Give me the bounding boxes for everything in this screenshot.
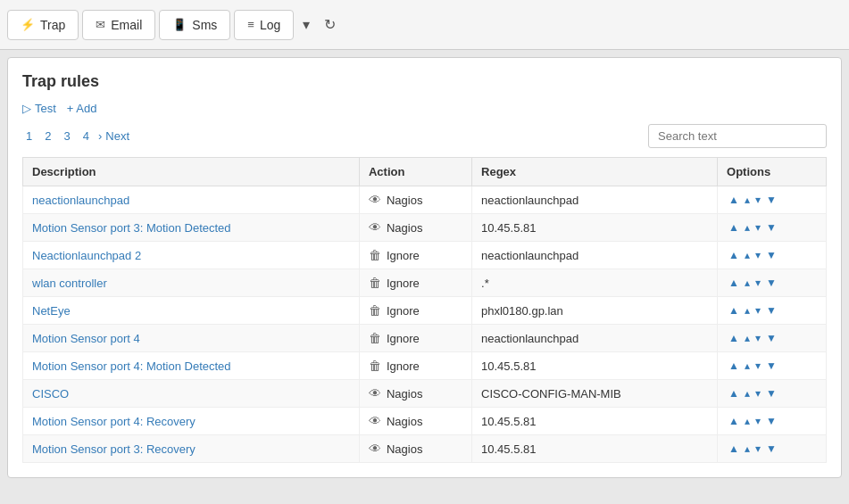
description-link[interactable]: NetEye — [32, 304, 71, 318]
trash-icon: 🗑 — [369, 331, 381, 345]
action-label: Ignore — [387, 359, 420, 373]
description-link[interactable]: neactionlaunchpad — [32, 194, 129, 207]
page-2-button[interactable]: 2 — [41, 128, 54, 145]
page-3-button[interactable]: 3 — [60, 128, 73, 145]
nav-chevron-button[interactable]: ▾ — [297, 12, 315, 37]
table-row: neactionlaunchpad👁Nagiosneactionlaunchpa… — [23, 186, 827, 214]
move-up-button-0[interactable]: ▲ — [727, 276, 741, 290]
nav-refresh-button[interactable]: ↻ — [319, 12, 341, 37]
move-down-button-3[interactable]: ▼ — [764, 276, 778, 290]
move-down-button-3[interactable]: ▼ — [764, 193, 778, 207]
move-up-button-1[interactable]: ▴ — [743, 220, 752, 235]
move-down-button-2[interactable]: ▾ — [753, 193, 762, 207]
move-down-button-3[interactable]: ▼ — [764, 248, 778, 262]
cell-action: 🗑Ignore — [359, 269, 471, 297]
move-up-button-0[interactable]: ▲ — [727, 220, 741, 235]
move-down-button-3[interactable]: ▼ — [764, 331, 778, 345]
action-label: Ignore — [387, 332, 420, 345]
table-row: Neactionlaunchpad 2🗑Ignoreneactionlaunch… — [23, 242, 827, 269]
move-down-button-2[interactable]: ▾ — [753, 442, 762, 456]
page-4-button[interactable]: 4 — [79, 128, 93, 145]
move-up-button-1[interactable]: ▴ — [743, 442, 752, 456]
move-up-button-1[interactable]: ▴ — [743, 359, 752, 373]
move-down-button-3[interactable]: ▼ — [764, 303, 778, 318]
action-label: Nagios — [387, 442, 422, 456]
table-row: CISCO👁NagiosCISCO-CONFIG-MAN-MIB▲▴▾▼ — [23, 380, 827, 408]
nav-tab-log[interactable]: ≡ Log — [234, 10, 294, 40]
cell-action: 👁Nagios — [359, 435, 471, 463]
move-down-button-2[interactable]: ▾ — [753, 386, 762, 401]
cell-regex: CISCO-CONFIG-MAN-MIB — [472, 380, 718, 408]
description-link[interactable]: wlan controller — [32, 277, 107, 290]
col-description: Description — [23, 158, 360, 186]
action-label: Nagios — [387, 221, 422, 235]
description-link[interactable]: CISCO — [32, 387, 69, 401]
move-up-button-1[interactable]: ▴ — [743, 331, 752, 345]
test-button[interactable]: ▷ Test — [22, 102, 56, 115]
description-link[interactable]: Motion Sensor port 4: Recovery — [32, 415, 196, 428]
move-up-button-0[interactable]: ▲ — [727, 248, 741, 262]
move-down-button-2[interactable]: ▾ — [753, 220, 762, 235]
move-down-button-3[interactable]: ▼ — [764, 442, 778, 456]
action-label: Ignore — [387, 249, 420, 262]
move-down-button-2[interactable]: ▾ — [753, 303, 762, 318]
move-up-button-0[interactable]: ▲ — [727, 193, 741, 207]
trap-rules-table: Description Action Regex Options neactio… — [22, 157, 827, 463]
table-header-row: Description Action Regex Options — [23, 158, 827, 186]
move-down-button-2[interactable]: ▾ — [753, 276, 762, 290]
move-down-button-3[interactable]: ▼ — [764, 220, 778, 235]
move-down-button-3[interactable]: ▼ — [764, 386, 778, 401]
move-up-button-1[interactable]: ▴ — [743, 414, 752, 428]
move-down-button-2[interactable]: ▾ — [753, 248, 762, 262]
move-up-button-0[interactable]: ▲ — [727, 442, 741, 456]
description-link[interactable]: Motion Sensor port 3: Recovery — [32, 442, 196, 456]
cell-action: 👁Nagios — [359, 408, 471, 435]
nav-tab-sms-label: Sms — [192, 18, 217, 32]
move-up-button-1[interactable]: ▴ — [743, 303, 752, 318]
move-down-button-3[interactable]: ▼ — [764, 414, 778, 428]
description-link[interactable]: Motion Sensor port 3: Motion Detected — [32, 221, 231, 235]
cell-options: ▲▴▾▼ — [718, 380, 827, 408]
move-down-button-2[interactable]: ▾ — [753, 414, 762, 428]
description-link[interactable]: Motion Sensor port 4: Motion Detected — [32, 359, 231, 373]
add-button[interactable]: + Add — [67, 102, 97, 115]
col-action: Action — [359, 158, 471, 186]
nav-tab-sms[interactable]: 📱 Sms — [159, 10, 230, 40]
cell-options: ▲▴▾▼ — [718, 325, 827, 352]
action-label: Ignore — [387, 277, 420, 290]
move-down-button-2[interactable]: ▾ — [753, 331, 762, 345]
move-up-button-1[interactable]: ▴ — [743, 276, 752, 290]
move-up-button-0[interactable]: ▲ — [727, 414, 741, 428]
move-down-button-3[interactable]: ▼ — [764, 359, 778, 373]
move-up-button-0[interactable]: ▲ — [727, 331, 741, 345]
nav-tab-email[interactable]: ✉ Email — [82, 10, 155, 40]
cell-action: 👁Nagios — [359, 214, 471, 242]
cell-regex: .* — [472, 269, 718, 297]
table-row: Motion Sensor port 4: Motion Detected🗑Ig… — [23, 352, 827, 380]
cell-description: Motion Sensor port 4: Recovery — [23, 408, 360, 435]
page-1-button[interactable]: 1 — [22, 128, 36, 145]
cell-options: ▲▴▾▼ — [718, 408, 827, 435]
search-input[interactable] — [648, 124, 827, 148]
cell-regex: neactionlaunchpad — [472, 325, 718, 352]
move-up-button-0[interactable]: ▲ — [727, 359, 741, 373]
log-icon: ≡ — [247, 18, 254, 31]
move-down-button-2[interactable]: ▾ — [753, 359, 762, 373]
cell-description: Motion Sensor port 3: Motion Detected — [23, 214, 360, 242]
action-label: Nagios — [387, 415, 422, 428]
next-page-button[interactable]: › Next — [98, 129, 129, 143]
move-up-button-1[interactable]: ▴ — [743, 386, 752, 401]
nav-tab-trap[interactable]: ⚡ Trap — [7, 10, 79, 40]
table-row: Motion Sensor port 3: Motion Detected👁Na… — [23, 214, 827, 242]
cell-regex: neactionlaunchpad — [472, 242, 718, 269]
move-up-button-1[interactable]: ▴ — [743, 248, 752, 262]
trash-icon: 🗑 — [369, 359, 381, 373]
eye-icon: 👁 — [369, 193, 381, 207]
table-row: Motion Sensor port 4: Recovery👁Nagios10.… — [23, 408, 827, 435]
move-up-button-0[interactable]: ▲ — [727, 386, 741, 401]
move-up-button-1[interactable]: ▴ — [743, 193, 752, 207]
description-link[interactable]: Neactionlaunchpad 2 — [32, 249, 141, 262]
description-link[interactable]: Motion Sensor port 4 — [32, 332, 140, 345]
cell-options: ▲▴▾▼ — [718, 435, 827, 463]
move-up-button-0[interactable]: ▲ — [727, 303, 741, 318]
